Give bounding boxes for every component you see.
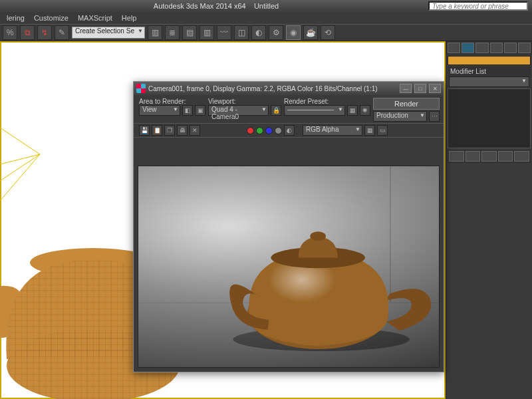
render-preset-dropdown[interactable]: ——————— bbox=[284, 105, 345, 116]
svg-line-2 bbox=[0, 154, 40, 201]
svg-line-0 bbox=[0, 128, 40, 154]
material-editor-icon[interactable]: ◐ bbox=[251, 25, 266, 40]
toggle-green-channel[interactable] bbox=[256, 127, 263, 134]
create-tab[interactable] bbox=[448, 43, 460, 53]
environment-icon[interactable]: ✺ bbox=[360, 105, 370, 116]
viewport-dropdown[interactable]: Quad 4 - Camera0 bbox=[208, 105, 269, 116]
axis-constraint-icon[interactable]: ↯ bbox=[37, 25, 52, 40]
toggle-frame-icon[interactable]: ▭ bbox=[377, 125, 388, 136]
preset-settings-icon[interactable]: ⋯ bbox=[429, 111, 440, 122]
pin-stack-icon[interactable] bbox=[449, 151, 464, 162]
svg-line-1 bbox=[0, 154, 40, 181]
maximize-icon[interactable]: □ bbox=[414, 84, 426, 93]
menu-bar: lering Customize MAXScript Help bbox=[0, 12, 532, 24]
mirror-icon[interactable]: ▥ bbox=[148, 25, 162, 40]
render-button[interactable]: Render bbox=[373, 98, 440, 110]
clear-icon[interactable]: ✕ bbox=[190, 125, 200, 136]
rendered-teapot bbox=[138, 166, 439, 368]
modifier-list-dropdown[interactable] bbox=[449, 76, 529, 87]
rendered-frame-window[interactable]: Camera001, frame 0, Display Gamma: 2.2, … bbox=[133, 81, 444, 372]
remove-modifier-icon[interactable] bbox=[498, 151, 513, 162]
clone-window-icon[interactable]: ❐ bbox=[164, 125, 175, 136]
render-setup-icon[interactable]: ⚙ bbox=[269, 25, 283, 40]
render-window-title: Camera001, frame 0, Display Gamma: 2.2, … bbox=[148, 85, 397, 92]
auto-region-icon[interactable]: ▣ bbox=[195, 105, 205, 116]
help-search-input[interactable] bbox=[428, 1, 528, 11]
render-preset-label: Render Preset: bbox=[284, 98, 370, 105]
motion-tab[interactable] bbox=[490, 43, 503, 53]
menu-help[interactable]: Help bbox=[122, 14, 137, 22]
utilities-tab[interactable] bbox=[518, 43, 531, 53]
viewport-label: Viewport: bbox=[208, 98, 281, 105]
rendered-frame-icon[interactable]: ◉ bbox=[286, 25, 301, 40]
render-production-icon[interactable]: ☕ bbox=[303, 25, 318, 40]
lock-viewport-icon[interactable]: 🔒 bbox=[271, 105, 281, 116]
command-panel-tabs bbox=[446, 41, 532, 55]
save-image-icon[interactable]: 💾 bbox=[139, 125, 150, 136]
channel-display-dropdown[interactable]: RGB Alpha bbox=[303, 125, 362, 136]
percent-snap-icon[interactable]: % bbox=[3, 25, 17, 40]
toggle-blue-channel[interactable] bbox=[265, 127, 273, 134]
main-toolbar: % ⧉ ↯ ✎ Create Selection Se ▥ ≣ ▤ ▥ 〰 ◫ … bbox=[0, 24, 532, 41]
layer-manager-icon[interactable]: ▥ bbox=[200, 25, 214, 40]
configure-sets-icon[interactable] bbox=[514, 151, 529, 162]
toggle-overlay-icon[interactable]: ▦ bbox=[364, 125, 375, 136]
minimize-icon[interactable]: — bbox=[400, 84, 412, 93]
modify-tab[interactable] bbox=[462, 43, 474, 53]
edit-named-sel-icon[interactable]: ✎ bbox=[55, 25, 69, 40]
print-icon[interactable]: 🖶 bbox=[177, 125, 188, 136]
render-output-canvas[interactable] bbox=[138, 166, 440, 368]
show-end-result-icon[interactable] bbox=[466, 151, 481, 162]
magnet-icon[interactable]: ⧉ bbox=[20, 25, 35, 40]
align-icon[interactable]: ≣ bbox=[165, 25, 180, 40]
app-title: Autodesk 3ds Max 2014 x64 Untitled bbox=[4, 2, 428, 10]
toggle-alpha-channel[interactable] bbox=[275, 127, 282, 134]
named-selection-dropdown[interactable]: Create Selection Se bbox=[72, 27, 145, 39]
render-controls-row1: Area to Render: View ◧ ▣ Viewport: Quad … bbox=[134, 95, 444, 123]
app-logo-icon bbox=[136, 84, 146, 93]
render-iterative-icon[interactable]: ⟲ bbox=[321, 25, 335, 40]
doc-name: Untitled bbox=[254, 2, 279, 10]
monochrome-icon[interactable]: ◐ bbox=[284, 125, 295, 136]
production-dropdown[interactable]: Production bbox=[373, 111, 427, 122]
menu-customize[interactable]: Customize bbox=[34, 14, 68, 22]
layers-icon[interactable]: ▤ bbox=[182, 25, 197, 40]
make-unique-icon[interactable] bbox=[481, 151, 497, 162]
svg-point-10 bbox=[310, 231, 326, 241]
camera-gizmo bbox=[0, 128, 53, 207]
hierarchy-tab[interactable] bbox=[475, 43, 488, 53]
command-panel: Modifier List bbox=[446, 41, 532, 399]
menu-maxscript[interactable]: MAXScript bbox=[78, 14, 112, 22]
modifier-stack-toolbar bbox=[448, 150, 531, 163]
menu-rendering[interactable]: lering bbox=[7, 14, 25, 22]
render-setup-shortcut-icon[interactable]: ▦ bbox=[347, 105, 358, 116]
close-icon[interactable]: ✕ bbox=[429, 84, 441, 93]
area-to-render-dropdown[interactable]: View bbox=[139, 105, 180, 116]
toggle-red-channel[interactable] bbox=[247, 127, 254, 134]
render-window-titlebar[interactable]: Camera001, frame 0, Display Gamma: 2.2, … bbox=[134, 82, 444, 95]
area-to-render-label: Area to Render: bbox=[139, 98, 205, 105]
app-titlebar: Autodesk 3ds Max 2014 x64 Untitled bbox=[0, 0, 532, 12]
modifier-stack[interactable] bbox=[448, 88, 531, 148]
schematic-view-icon[interactable]: ◫ bbox=[234, 25, 249, 40]
edit-region-icon[interactable]: ◧ bbox=[182, 105, 193, 116]
object-color-swatch[interactable] bbox=[448, 56, 531, 65]
curve-editor-icon[interactable]: 〰 bbox=[217, 25, 231, 40]
display-tab[interactable] bbox=[504, 43, 517, 53]
svg-line-3 bbox=[0, 154, 40, 164]
render-toolbar: 💾 📋 ❐ 🖶 ✕ ◐ RGB Alpha ▦ ▭ bbox=[134, 123, 444, 138]
modifier-list-label: Modifier List bbox=[448, 66, 531, 76]
copy-image-icon[interactable]: 📋 bbox=[152, 125, 162, 136]
app-name: Autodesk 3ds Max 2014 x64 bbox=[154, 2, 246, 10]
